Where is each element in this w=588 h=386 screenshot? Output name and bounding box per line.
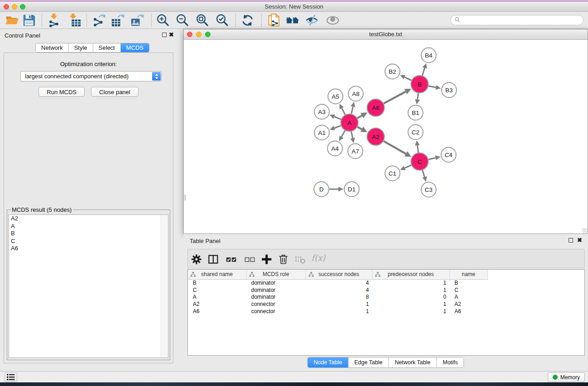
network-canvas[interactable]: B4B2BB3A8A5A6A3B1AC2A1A2A4A7C4CC1DD1C3 [184,40,588,234]
cell-name[interactable]: B [449,279,488,286]
cell-successor-nodes[interactable]: 4 [306,279,372,286]
mcds-result-item[interactable]: C [9,238,168,245]
graph-node-A7[interactable]: A7 [348,144,363,159]
zoom-in-icon[interactable] [155,13,172,28]
refresh-icon[interactable] [240,13,256,28]
column-header-name[interactable]: name [449,270,488,279]
export-image-icon[interactable] [129,13,146,28]
float-panel-icon[interactable] [162,33,167,37]
hide-panels-icon[interactable] [304,13,320,28]
import-network-icon[interactable] [46,13,62,28]
memory-button[interactable]: Memory [548,372,585,382]
table-row[interactable]: Adominator80A [188,294,584,301]
zoom-selected-icon[interactable] [215,13,231,28]
table-row[interactable]: Bdominator41B [188,279,584,286]
tab-edge-table[interactable]: Edge Table [349,357,389,367]
frame-resize-handle[interactable] [184,195,186,200]
graph-node-A[interactable]: A [341,114,358,131]
zoom-out-icon[interactable] [175,13,191,28]
table-row[interactable]: A6connector11A6 [188,308,584,315]
scrollbar-track[interactable] [161,215,167,357]
cell-shared-name[interactable]: A [188,294,246,301]
column-header-mcds-role[interactable]: MCDS role [246,270,306,279]
cell-predecessor-nodes[interactable]: 0 [372,294,449,301]
tab-mcds[interactable]: MCDS [121,43,149,52]
graph-node-B[interactable]: B [411,76,428,93]
mcds-result-item[interactable]: A6 [9,245,168,253]
search-box[interactable] [450,15,583,25]
select-all-icon[interactable] [225,253,239,266]
graph-node-A3[interactable]: A3 [315,105,330,119]
show-panels-icon[interactable] [325,13,341,28]
graph-node-A6[interactable]: A6 [367,99,384,116]
cell-successor-nodes[interactable]: 1 [306,308,372,315]
unselect-all-icon[interactable] [243,253,258,266]
create-column-icon[interactable] [260,253,274,266]
cell-name[interactable]: A2 [449,300,488,308]
zoom-fit-icon[interactable] [195,13,211,28]
close-panel-icon[interactable]: ✖ [169,33,174,37]
minimize-button[interactable] [12,4,17,10]
cell-shared-name[interactable]: C [188,286,246,294]
graph-node-C4[interactable]: C4 [441,148,456,162]
graph-node-C1[interactable]: C1 [385,166,400,181]
float-table-panel-icon[interactable] [569,238,573,243]
cell-predecessor-nodes[interactable]: 1 [372,286,449,294]
tab-network[interactable]: Network [36,43,69,52]
cell-mcds-role[interactable]: dominator [246,279,306,286]
cell-name[interactable]: A6 [449,308,488,315]
close-panel-button[interactable]: Close panel [91,87,139,97]
home-view-icon[interactable] [285,13,301,28]
function-builder-button[interactable]: f(x) [311,253,325,262]
cell-mcds-role[interactable]: dominator [246,294,306,301]
cell-predecessor-nodes[interactable]: 1 [372,279,449,286]
mcds-result-list[interactable]: A2ABCA6 [9,214,168,358]
optimization-criterion-select[interactable]: largest connected component (directed) [20,71,162,81]
column-header-predecessor-nodes[interactable]: predecessor nodes [372,270,449,279]
tab-node-table[interactable]: Node Table [308,357,349,367]
panel-menu-button[interactable] [5,372,17,382]
cell-shared-name[interactable]: A2 [188,300,246,308]
frame-maximize-button[interactable] [205,32,210,37]
graph-node-B3[interactable]: B3 [442,83,457,98]
save-session-icon[interactable] [21,13,38,28]
close-table-panel-icon[interactable]: ✖ [577,238,582,243]
tab-style[interactable]: Style [69,43,93,52]
search-input[interactable] [463,17,579,24]
tab-motifs[interactable]: Motifs [437,357,464,367]
table-settings-icon[interactable] [190,253,204,266]
maximize-button[interactable] [20,4,25,10]
cell-mcds-role[interactable]: dominator [246,286,306,294]
graph-node-B1[interactable]: B1 [408,105,423,120]
export-table-icon[interactable] [110,13,126,28]
mcds-result-item[interactable]: A2 [9,215,168,223]
frame-resize-grip[interactable] [582,228,587,233]
column-header-successor-nodes[interactable]: successor nodes [306,270,372,279]
graph-node-B2[interactable]: B2 [385,64,400,79]
graph-node-C3[interactable]: C3 [421,182,436,197]
mcds-result-item[interactable]: B [9,230,168,238]
cell-successor-nodes[interactable]: 8 [306,294,372,301]
frame-minimize-button[interactable] [196,32,201,37]
graph-node-C[interactable]: C [411,153,428,170]
table-row[interactable]: A2connector11A2 [188,300,584,308]
cell-successor-nodes[interactable]: 1 [306,300,372,308]
close-button[interactable] [4,4,9,10]
cell-predecessor-nodes[interactable]: 1 [372,308,449,315]
graph-node-B4[interactable]: B4 [421,48,436,63]
delete-column-icon[interactable] [277,253,291,266]
graph-node-A2[interactable]: A2 [367,128,384,145]
cell-mcds-role[interactable]: connector [246,308,306,315]
tab-network-table[interactable]: Network Table [389,357,437,367]
export-network-icon[interactable] [91,13,107,28]
table-row[interactable]: Cdominator41C [188,286,584,294]
graph-node-C2[interactable]: C2 [408,125,423,140]
split-panel-icon[interactable] [206,253,221,266]
graph-node-D1[interactable]: D1 [344,182,359,197]
clone-network-icon[interactable] [267,13,283,28]
cell-predecessor-nodes[interactable]: 1 [372,300,449,308]
column-header-shared-name[interactable]: shared name [188,270,246,279]
cell-shared-name[interactable]: B [188,279,246,286]
cell-mcds-role[interactable]: connector [246,300,306,308]
graph-node-A4[interactable]: A4 [328,141,343,156]
